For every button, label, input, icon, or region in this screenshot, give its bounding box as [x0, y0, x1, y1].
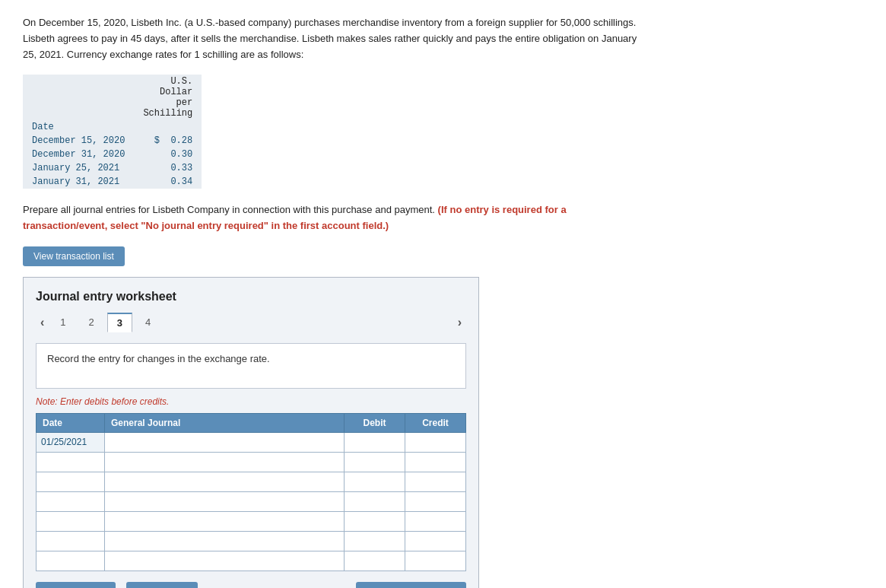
clear-entry-button[interactable]: Clear entry: [126, 582, 198, 588]
row1-debit-input[interactable]: [345, 433, 405, 452]
row6-journal[interactable]: [105, 531, 345, 551]
row5-debit-input[interactable]: [345, 512, 405, 531]
row5-date: [37, 511, 105, 531]
tab-4[interactable]: 4: [135, 313, 160, 332]
row5-credit[interactable]: [405, 511, 466, 531]
table-rate-dec15: $ 0.28: [134, 134, 202, 148]
tab-navigation: ‹ 1 2 3 4 ›: [36, 313, 466, 332]
row5-journal[interactable]: [105, 511, 345, 531]
row3-debit[interactable]: [345, 472, 405, 491]
col-header-debit: Debit: [345, 413, 405, 432]
table-row: 01/25/2021: [37, 432, 466, 452]
row5-journal-input[interactable]: [105, 512, 344, 531]
row4-debit[interactable]: [345, 491, 405, 511]
row3-date: [37, 472, 105, 491]
action-buttons: Record entry Clear entry View general jo…: [36, 582, 466, 588]
row1-date: 01/25/2021: [37, 432, 105, 452]
row2-journal-input[interactable]: [105, 453, 344, 472]
row7-credit[interactable]: [405, 551, 466, 571]
row3-journal-input[interactable]: [105, 472, 344, 491]
row7-credit-input[interactable]: [405, 551, 465, 571]
row4-date: [37, 491, 105, 511]
col-header-date: Date: [37, 413, 105, 432]
row2-journal[interactable]: [105, 452, 345, 472]
table-date-header: Date: [23, 120, 134, 134]
view-transaction-button[interactable]: View transaction list: [23, 246, 125, 266]
table-row: [37, 511, 466, 531]
table-date-dec15: December 15, 2020: [23, 134, 134, 148]
table-row: [37, 472, 466, 491]
row6-credit-input[interactable]: [405, 532, 465, 551]
table-row: [37, 452, 466, 472]
exchange-rate-table: U.S. Dollar per Schilling Date December …: [23, 75, 202, 189]
worksheet-title: Journal entry worksheet: [36, 290, 466, 304]
row7-journal[interactable]: [105, 551, 345, 571]
row4-debit-input[interactable]: [345, 492, 405, 511]
row4-journal[interactable]: [105, 491, 345, 511]
row1-debit[interactable]: [345, 432, 405, 452]
row6-credit[interactable]: [405, 531, 466, 551]
row7-date: [37, 551, 105, 571]
intro-text: On December 15, 2020, Lisbeth Inc. (a U.…: [23, 15, 646, 62]
table-rate-dec31: 0.30: [134, 148, 202, 161]
row4-credit-input[interactable]: [405, 492, 465, 511]
tab-2[interactable]: 2: [79, 313, 104, 332]
view-general-journal-button[interactable]: View general journal: [356, 582, 466, 588]
table-row: [37, 531, 466, 551]
prev-tab-arrow[interactable]: ‹: [36, 314, 49, 331]
row3-journal[interactable]: [105, 472, 345, 491]
table-date-dec31: December 31, 2020: [23, 148, 134, 161]
table-rate-jan25: 0.33: [134, 161, 202, 175]
row3-credit-input[interactable]: [405, 472, 465, 491]
row4-credit[interactable]: [405, 491, 466, 511]
row2-debit-input[interactable]: [345, 453, 405, 472]
note-text: Note: Enter debits before credits.: [36, 396, 466, 407]
table-row: [37, 491, 466, 511]
table-date-jan25: January 25, 2021: [23, 161, 134, 175]
col-header-credit: Credit: [405, 413, 466, 432]
row4-journal-input[interactable]: [105, 492, 344, 511]
row1-credit-input[interactable]: [405, 433, 465, 452]
row7-debit-input[interactable]: [345, 551, 405, 571]
journal-entry-worksheet: Journal entry worksheet ‹ 1 2 3 4 › Reco…: [23, 277, 479, 588]
table-row: [37, 551, 466, 571]
instruction-normal: Prepare all journal entries for Lisbeth …: [23, 204, 435, 215]
row1-journal-input[interactable]: [105, 433, 344, 452]
instruction-text: Prepare all journal entries for Lisbeth …: [23, 202, 646, 234]
tab-1[interactable]: 1: [50, 313, 75, 332]
row3-debit-input[interactable]: [345, 472, 405, 491]
journal-table: Date General Journal Debit Credit 01/25/…: [36, 413, 466, 571]
next-tab-arrow[interactable]: ›: [453, 314, 466, 331]
row5-debit[interactable]: [345, 511, 405, 531]
entry-description: Record the entry for changes in the exch…: [36, 343, 466, 389]
row7-journal-input[interactable]: [105, 551, 344, 571]
row2-credit[interactable]: [405, 452, 466, 472]
tab-3[interactable]: 3: [107, 313, 132, 332]
row1-credit[interactable]: [405, 432, 466, 452]
record-entry-button[interactable]: Record entry: [36, 582, 116, 588]
row5-credit-input[interactable]: [405, 512, 465, 531]
row2-debit[interactable]: [345, 452, 405, 472]
row1-journal[interactable]: [105, 432, 345, 452]
col-header-journal: General Journal: [105, 413, 345, 432]
row3-credit[interactable]: [405, 472, 466, 491]
row7-debit[interactable]: [345, 551, 405, 571]
table-date-jan31: January 31, 2021: [23, 175, 134, 189]
row6-date: [37, 531, 105, 551]
row6-debit-input[interactable]: [345, 532, 405, 551]
row2-date: [37, 452, 105, 472]
row2-credit-input[interactable]: [405, 453, 465, 472]
row6-debit[interactable]: [345, 531, 405, 551]
row6-journal-input[interactable]: [105, 532, 344, 551]
table-rate-jan31: 0.34: [134, 175, 202, 189]
